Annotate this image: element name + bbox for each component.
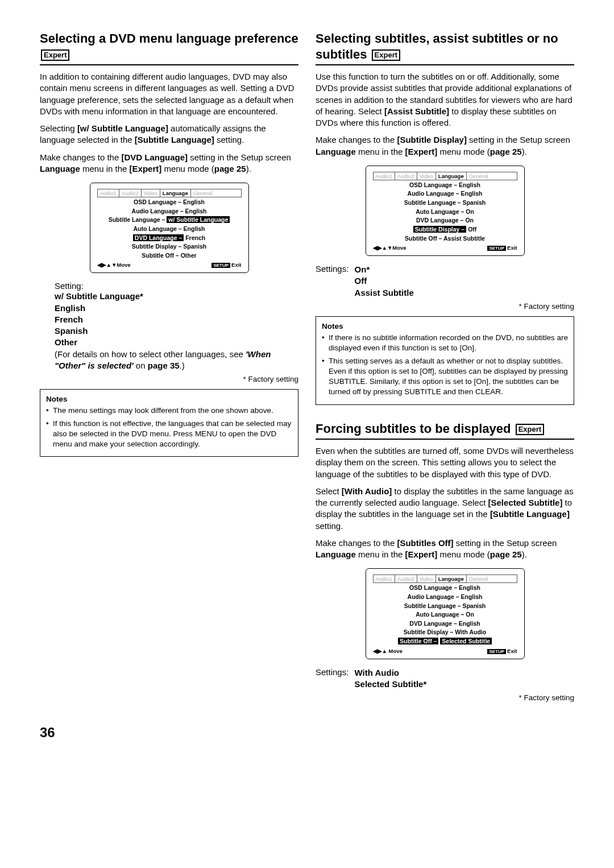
opt: Spanish	[55, 325, 298, 337]
osd-row: Auto Language – On	[373, 611, 517, 619]
tab-general: General	[467, 575, 491, 582]
expert-badge: Expert	[516, 424, 544, 435]
heading-forcing-subtitles: Forcing subtitles to be displayed Expert	[316, 421, 574, 440]
osd-foot: ◀▶▲▼Move SETUPExit	[97, 262, 242, 268]
opt: French	[55, 314, 298, 325]
tab-language: Language	[436, 575, 467, 582]
osd-row: Subtitle Display – Off	[373, 226, 517, 234]
r2-p3: Make changes to the [Subtitles Off] sett…	[316, 538, 574, 561]
setting-options: w/ Subtitle Language* English French Spa…	[55, 291, 298, 371]
right-column: Selecting subtitles, assist subtitles or…	[316, 31, 574, 708]
move-nav-icon: ◀▶▲▼Move	[373, 245, 406, 251]
osd-row: Audio Language – English	[97, 208, 242, 216]
tab-audio2: Audio2	[119, 189, 142, 197]
left-para2: Selecting [w/ Subtitle Language] automat…	[40, 123, 298, 146]
r1-settings: Settings: On* Off Assist Subtitle	[316, 264, 574, 299]
opt: w/ Subtitle Language*	[55, 291, 298, 302]
left-osd-wrap: Audio1 Audio2 Video Language General OSD…	[40, 183, 298, 273]
osd-foot: ◀▶▲▼Move SETUPExit	[373, 245, 517, 251]
opt: English	[55, 303, 298, 314]
note-item: If there is no subtitle information reco…	[322, 333, 568, 353]
heading-text: Selecting subtitles, assist subtitles or…	[316, 31, 558, 61]
r2-osd: Audio1 Audio2 Video Language General OSD…	[366, 568, 525, 659]
osd-tabs: Audio1 Audio2 Video Language General	[373, 574, 517, 583]
osd-row: Subtitle Off – Assist Subtitle	[373, 235, 517, 243]
setting-options: On* Off Assist Subtitle	[355, 264, 414, 299]
notes-title: Notes	[46, 394, 292, 404]
tab-general: General	[467, 172, 491, 180]
osd-row: DVD Language – French	[97, 234, 242, 242]
page-number: 36	[40, 725, 574, 741]
left-osd: Audio1 Audio2 Video Language General OSD…	[90, 183, 249, 273]
tab-video: Video	[142, 189, 160, 197]
r1-p1: Use this function to turn the subtitles …	[316, 71, 574, 129]
left-column: Selecting a DVD menu language preference…	[40, 31, 298, 708]
osd-row: OSD Language – English	[373, 584, 517, 592]
setup-exit: SETUPExit	[211, 262, 241, 268]
osd-row: Subtitle Off – Other	[97, 252, 242, 260]
osd-row: Auto Language – English	[97, 225, 242, 233]
opt: Assist Subtitle	[355, 287, 414, 299]
osd-row: Auto Language – On	[373, 208, 517, 216]
r2-osd-wrap: Audio1 Audio2 Video Language General OSD…	[316, 568, 574, 659]
note-item: The menu settings may look different fro…	[46, 406, 292, 416]
r1-p2: Make changes to the [Subtitle Display] s…	[316, 134, 574, 158]
osd-row: OSD Language – English	[373, 181, 517, 189]
setting-label: Settings:	[316, 667, 349, 677]
r2-p1: Even when the subtitles are turned off, …	[316, 445, 574, 480]
left-notes: Notes The menu settings may look differe…	[40, 389, 298, 457]
tab-audio2: Audio2	[395, 172, 417, 180]
osd-foot: ◀▶▲ Move SETUPExit	[373, 648, 517, 654]
move-nav-icon: ◀▶▲ Move	[373, 648, 403, 654]
setup-exit: SETUPExit	[487, 245, 517, 251]
osd-row: Subtitle Off – Selected Subtitle	[373, 638, 517, 646]
osd-row: Subtitle Language – Spanish	[373, 199, 517, 207]
setting-options: With Audio Selected Subtitle*	[355, 667, 427, 691]
opt: With Audio	[355, 667, 427, 679]
setting-label: Settings:	[316, 264, 349, 274]
r1-osd-wrap: Audio1 Audio2 Video Language General OSD…	[316, 166, 574, 256]
r1-notes: Notes If there is no subtitle informatio…	[316, 316, 574, 405]
setup-exit: SETUPExit	[487, 648, 517, 654]
opt: Selected Subtitle*	[355, 679, 427, 690]
factory-note: * Factory setting	[40, 375, 298, 383]
osd-row: Subtitle Display – With Audio	[373, 629, 517, 636]
r1-osd: Audio1 Audio2 Video Language General OSD…	[366, 166, 525, 256]
expert-badge: Expert	[41, 49, 69, 61]
other-note: (For details on how to select other lang…	[55, 349, 298, 372]
osd-row: Subtitle Display – Spanish	[97, 243, 242, 251]
osd-row: OSD Language – English	[97, 199, 242, 206]
tab-video: Video	[417, 172, 436, 180]
tab-language: Language	[160, 189, 191, 197]
r2-settings: Settings: With Audio Selected Subtitle*	[316, 667, 574, 691]
note-item: If this function is not effective, the l…	[46, 419, 292, 450]
page-content: Selecting a DVD menu language preference…	[40, 31, 574, 708]
heading-dvd-menu-lang: Selecting a DVD menu language preference…	[40, 31, 298, 65]
osd-row: Subtitle Language – w/ Subtitle Language	[97, 216, 242, 224]
left-para1: In addition to containing different audi…	[40, 71, 298, 117]
osd-row: DVD Language – On	[373, 217, 517, 225]
tab-audio1: Audio1	[374, 575, 396, 582]
setting-label: Setting:	[55, 281, 84, 291]
factory-note: * Factory setting	[316, 302, 574, 311]
opt: Other	[55, 337, 298, 348]
move-nav-icon: ◀▶▲▼Move	[97, 262, 131, 268]
expert-badge: Expert	[372, 49, 400, 61]
osd-row: DVD Language – English	[373, 620, 517, 628]
osd-row: Subtitle Language – Spanish	[373, 602, 517, 610]
factory-note: * Factory setting	[316, 693, 574, 702]
note-item: This setting serves as a default as whet…	[322, 356, 568, 398]
osd-row: Audio Language – English	[373, 593, 517, 601]
osd-tabs: Audio1 Audio2 Video Language General	[97, 189, 242, 197]
opt: On*	[355, 264, 414, 275]
tab-language: Language	[436, 172, 467, 180]
tab-audio1: Audio1	[98, 189, 120, 197]
tab-audio2: Audio2	[395, 575, 417, 582]
heading-text: Selecting a DVD menu language preference	[40, 31, 298, 46]
heading-text: Forcing subtitles to be displayed	[316, 421, 511, 436]
r2-p2: Select [With Audio] to display the subti…	[316, 486, 574, 532]
opt: Off	[355, 275, 414, 287]
tab-audio1: Audio1	[374, 172, 396, 180]
tab-video: Video	[417, 575, 436, 582]
osd-tabs: Audio1 Audio2 Video Language General	[373, 172, 517, 180]
